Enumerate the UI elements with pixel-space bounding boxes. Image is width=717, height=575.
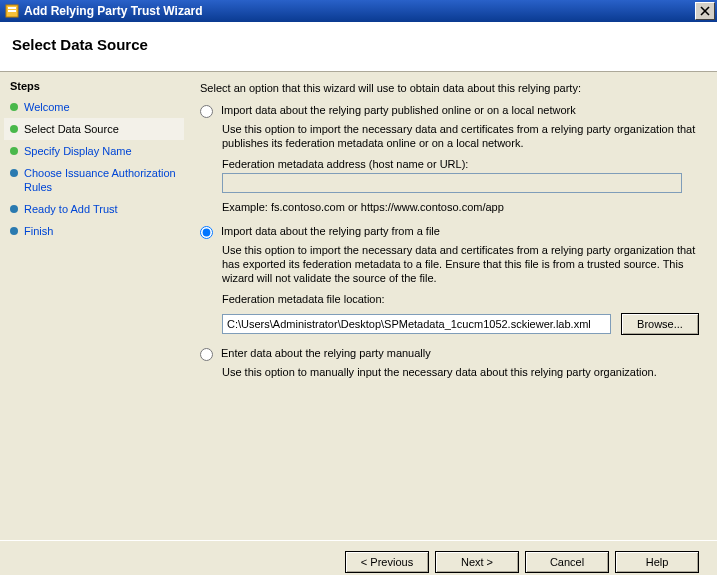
step-label: Specify Display Name: [24, 144, 132, 158]
sidebar-item-finish[interactable]: Finish: [4, 220, 184, 242]
browse-button[interactable]: Browse...: [621, 313, 699, 335]
previous-button[interactable]: < Previous: [345, 551, 429, 573]
option-import-file[interactable]: Import data about the relying party from…: [200, 225, 699, 239]
window-title: Add Relying Party Trust Wizard: [24, 4, 695, 18]
body: Steps Welcome Select Data Source Specify…: [0, 72, 717, 540]
option-label: Enter data about the relying party manua…: [221, 347, 431, 359]
steps-heading: Steps: [4, 80, 184, 96]
metadata-url-example: Example: fs.contoso.com or https://www.c…: [222, 201, 699, 213]
step-bullet-icon: [10, 147, 18, 155]
step-label: Select Data Source: [24, 122, 119, 136]
close-button[interactable]: [695, 2, 715, 20]
step-label: Finish: [24, 224, 53, 238]
step-bullet-icon: [10, 227, 18, 235]
radio-import-online[interactable]: [200, 105, 213, 118]
step-label: Ready to Add Trust: [24, 202, 118, 216]
option-label: Import data about the relying party from…: [221, 225, 440, 237]
title-bar: Add Relying Party Trust Wizard: [0, 0, 717, 22]
sidebar-item-ready-to-add-trust[interactable]: Ready to Add Trust: [4, 198, 184, 220]
option-manual[interactable]: Enter data about the relying party manua…: [200, 347, 699, 361]
metadata-url-group: Federation metadata address (host name o…: [222, 158, 699, 193]
next-button[interactable]: Next >: [435, 551, 519, 573]
wizard-footer: < Previous Next > Cancel Help: [0, 540, 717, 575]
option-import-file-desc: Use this option to import the necessary …: [222, 243, 699, 285]
intro-text: Select an option that this wizard will u…: [200, 82, 699, 94]
sidebar-item-specify-display-name[interactable]: Specify Display Name: [4, 140, 184, 162]
svg-rect-2: [8, 10, 16, 12]
metadata-url-label: Federation metadata address (host name o…: [222, 158, 699, 170]
step-bullet-icon: [10, 125, 18, 133]
option-import-online-desc: Use this option to import the necessary …: [222, 122, 699, 150]
metadata-file-row: Browse...: [222, 313, 699, 335]
page-title: Select Data Source: [12, 36, 705, 53]
sidebar-item-choose-issuance-authorization-rules[interactable]: Choose Issuance Authorization Rules: [4, 162, 184, 198]
step-bullet-icon: [10, 205, 18, 213]
option-label: Import data about the relying party publ…: [221, 104, 576, 116]
metadata-file-label: Federation metadata file location:: [222, 293, 699, 305]
option-manual-desc: Use this option to manually input the ne…: [222, 365, 699, 379]
step-label: Welcome: [24, 100, 70, 114]
radio-manual[interactable]: [200, 348, 213, 361]
header: Select Data Source: [0, 22, 717, 72]
step-bullet-icon: [10, 103, 18, 111]
step-label: Choose Issuance Authorization Rules: [24, 166, 178, 194]
sidebar-item-welcome[interactable]: Welcome: [4, 96, 184, 118]
metadata-file-group: Federation metadata file location:: [222, 293, 699, 305]
steps-sidebar: Steps Welcome Select Data Source Specify…: [0, 72, 188, 540]
option-import-online[interactable]: Import data about the relying party publ…: [200, 104, 699, 118]
metadata-file-input[interactable]: [222, 314, 611, 334]
main-content: Select an option that this wizard will u…: [188, 72, 717, 540]
svg-rect-1: [8, 7, 16, 9]
app-icon: [4, 3, 20, 19]
radio-import-file[interactable]: [200, 226, 213, 239]
help-button[interactable]: Help: [615, 551, 699, 573]
metadata-url-input[interactable]: [222, 173, 682, 193]
sidebar-item-select-data-source[interactable]: Select Data Source: [4, 118, 184, 140]
cancel-button[interactable]: Cancel: [525, 551, 609, 573]
step-bullet-icon: [10, 169, 18, 177]
